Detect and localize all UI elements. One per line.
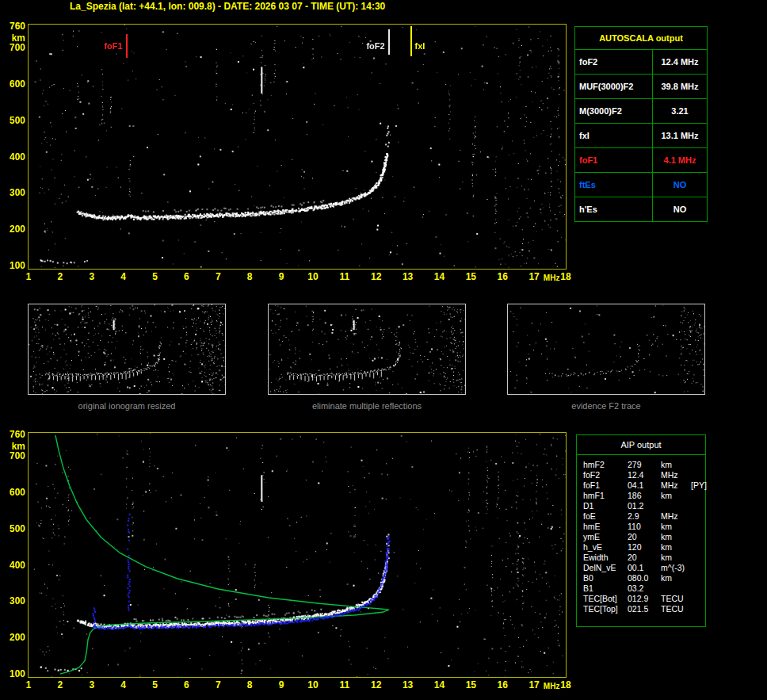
thumbnail-canvas-f2trace [508,304,704,394]
aip-param-name: foF1 [583,480,628,491]
fxI-marker-line [410,26,412,56]
x-tick-label: 10 [303,679,322,690]
x-axis-unit: MHz [542,273,561,282]
y-tick-label: 100 [2,261,25,271]
aip-param-note [691,522,705,532]
aip-param-value: 120 [628,542,661,553]
y-axis-unit: km [2,442,25,452]
aip-param-note [691,604,705,614]
autoscala-row-ftEs: ftEsNO [575,173,707,197]
aip-param-note [691,501,705,511]
aip-param-note [691,563,705,573]
aip-row-D1: D101.2 [583,501,705,511]
x-tick-label: 13 [399,679,418,690]
x-tick-label: 6 [177,271,196,282]
ionogram-canvas-top [29,25,566,269]
aip-table: hmF2279kmfoF212.4MHzfoF104.1MHz[PY]hmF11… [577,455,705,614]
aip-param-name: B0 [583,573,628,583]
aip-row-DelN_vE: DelN_vE00.1m^(-3) [583,563,705,573]
x-axis-unit: MHz [542,682,561,690]
x-tick-label: 7 [208,271,227,282]
aip-param-unit: MHz [661,480,691,491]
aip-param-note [691,594,705,604]
aip-param-value: 04.1 [628,480,661,491]
y-tick-label: 400 [2,152,25,163]
x-tick-label: 2 [51,271,70,282]
aip-row-B0: B0080.0km [583,573,705,583]
autoscala-param-label: foF2 [575,50,653,74]
ionogram-canvas-bottom [29,433,566,677]
x-tick-label: 9 [272,271,291,282]
aip-param-name: hmF1 [583,491,628,501]
aip-row-hmF1: hmF1186km [583,491,705,501]
aip-row-hmE: hmE110km [583,522,705,532]
y-tick-label: 100 [2,669,25,679]
aip-param-name: ymE [583,532,628,542]
x-tick-label: 3 [82,271,101,282]
aip-param-name: TEC[Top] [583,604,628,614]
autoscala-param-value: 39.8 MHz [653,75,707,98]
aip-param-unit: km [661,573,691,583]
x-tick-label: 4 [114,271,133,282]
x-tick-label: 1 [19,271,38,282]
aip-param-value: 021.5 [628,604,661,614]
autoscala-param-value: NO [653,197,707,221]
autoscala-param-value: NO [653,173,707,197]
aip-param-name: hmF2 [583,460,628,470]
x-tick-label: 12 [367,679,386,690]
autoscala-row-h'Es: h'EsNO [575,197,707,221]
aip-param-unit: km [661,491,691,501]
aip-param-value: 00.1 [628,563,661,573]
aip-param-note: [PY] [691,480,707,491]
aip-param-name: foF2 [583,470,628,480]
aip-param-value: 20 [628,532,661,542]
y-tick-label: 400 [2,560,25,571]
x-tick-label: 13 [399,271,418,282]
aip-param-value: 20 [628,553,661,563]
autoscala-param-value: 13.1 MHz [653,124,707,147]
aip-param-note [691,460,705,470]
x-tick-label: 15 [461,271,480,282]
x-tick-label: 3 [82,679,101,690]
y-axis-unit: km [2,33,25,44]
aip-row-foF1: foF104.1MHz[PY] [583,480,705,491]
aip-param-name: foE [583,511,628,522]
x-tick-label: 12 [367,271,386,282]
aip-param-note [691,511,705,522]
aip-row-h_vE: h_vE120km [583,542,705,553]
aip-row-foF2: foF212.4MHz [583,470,705,480]
aip-param-value: 080.0 [628,573,661,583]
x-tick-label: 5 [146,271,165,282]
y-tick-label: 300 [2,596,25,606]
aip-param-name: TEC[Bot] [583,594,628,604]
aip-param-name: D1 [583,501,628,511]
aip-row-Ewidth: Ewidth20km [583,553,705,563]
aip-param-unit: MHz [661,511,691,522]
y-tick-label: 600 [2,79,25,90]
foF2-marker-label: foF2 [358,41,385,51]
autoscala-table: foF212.4 MHzMUF(3000)F239.8 MHzM(3000)F2… [575,50,707,221]
aip-param-unit: km [661,522,691,532]
autoscala-param-label: foF1 [575,148,653,172]
thumbnail-canvas-reflections [269,304,465,394]
y-tick-label: 600 [2,488,25,498]
aip-panel-title: AIP output [577,435,705,455]
thumb-caption-reflections: eliminate multiple reflections [268,401,466,411]
aip-param-unit: km [661,460,691,470]
aip-param-unit: m^(-3) [661,563,691,573]
station-date-time-header: La_Spezia (lat: +44.1, lon: 009.8) - DAT… [70,1,385,12]
aip-param-unit [661,501,691,511]
x-tick-label: 5 [146,679,165,690]
x-tick-label: 16 [493,679,512,690]
aip-param-unit: TECU [661,604,691,614]
aip-param-unit: km [661,532,691,542]
x-tick-label: 6 [177,679,196,690]
y-tick-label: 200 [2,633,25,643]
x-tick-label: 17 [525,679,544,690]
x-tick-label: 8 [240,271,259,282]
autoscala-app-screen: La_Spezia (lat: +44.1, lon: 009.8) - DAT… [0,0,767,700]
autoscala-output-panel: AUTOSCALA output foF212.4 MHzMUF(3000)F2… [574,26,708,222]
y-tick-label: 700 [2,43,25,53]
aip-param-unit: MHz [661,470,691,480]
y-tick-label: 500 [2,116,25,126]
